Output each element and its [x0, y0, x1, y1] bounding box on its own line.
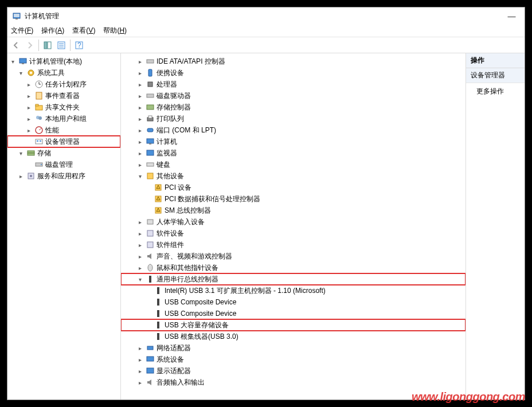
- back-button[interactable]: [10, 39, 22, 52]
- svg-line-24: [39, 128, 41, 130]
- dev-software-comp[interactable]: ▸软件组件: [121, 239, 466, 251]
- svg-point-22: [38, 116, 42, 120]
- tree-disk-mgmt[interactable]: 磁盘管理: [7, 159, 120, 170]
- dev-system-dev[interactable]: ▸系统设备: [121, 354, 466, 365]
- actions-header: 操作: [466, 53, 525, 68]
- svg-rect-20: [36, 104, 38, 106]
- show-hide-tree-button[interactable]: [41, 39, 54, 52]
- dev-pci-data[interactable]: PCI 数据捕获和信号处理控制器: [121, 193, 466, 205]
- usb-device-icon: [154, 286, 163, 295]
- more-actions[interactable]: 更多操作: [466, 83, 525, 100]
- svg-rect-44: [147, 150, 154, 155]
- dev-audio[interactable]: ▸音频输入和输出: [121, 377, 466, 388]
- dev-ports[interactable]: ▸端口 (COM 和 LPT): [121, 124, 466, 136]
- app-icon: [12, 11, 21, 21]
- svg-rect-2: [15, 18, 18, 19]
- users-icon: [34, 114, 44, 123]
- svg-rect-4: [48, 42, 51, 49]
- dev-usb2[interactable]: USB Composite Device: [121, 296, 466, 308]
- svg-rect-36: [148, 82, 152, 87]
- forward-button[interactable]: [24, 39, 36, 52]
- svg-rect-35: [148, 69, 152, 76]
- dev-hid[interactable]: ▸人体学输入设备: [121, 216, 466, 228]
- usb-device-icon: [154, 298, 163, 307]
- storage-icon: [26, 148, 36, 158]
- svg-point-65: [157, 310, 159, 312]
- svg-marker-73: [147, 379, 151, 385]
- usb-icon: [146, 275, 155, 284]
- dev-display[interactable]: ▸显示适配器: [121, 365, 466, 377]
- expand-icon: ▸: [25, 103, 33, 111]
- svg-rect-18: [36, 92, 42, 99]
- tree-storage[interactable]: ▾ 存储: [7, 147, 120, 159]
- svg-point-69: [157, 333, 159, 335]
- computer-icon: [146, 137, 155, 146]
- window-title: 计算机管理: [25, 11, 520, 21]
- dev-sm-bus[interactable]: SM 总线控制器: [121, 205, 466, 216]
- dev-mouse[interactable]: ▸鼠标和其他指针设备: [121, 262, 466, 273]
- console-tree: ▾ 计算机管理(本地) ▾ 系统工具 ▸ 任务计划程序 ▸ 事件查看器 ▸: [7, 53, 121, 400]
- tree-shared-folders[interactable]: ▸ 共享文件夹: [7, 101, 120, 113]
- svg-text:?: ?: [77, 41, 81, 49]
- menu-help[interactable]: 帮助(H): [103, 26, 127, 36]
- device-mgr-icon: [34, 137, 44, 146]
- svg-rect-37: [147, 94, 154, 97]
- tree-services-apps[interactable]: ▸ 服务和应用程序: [7, 170, 120, 182]
- dev-sound[interactable]: ▸声音、视频和游戏控制器: [121, 251, 466, 262]
- dev-usb4[interactable]: USB 大容量存储设备: [121, 319, 466, 331]
- tree-system-tools[interactable]: ▾ 系统工具: [7, 67, 120, 79]
- dev-keyboard[interactable]: ▸键盘: [121, 159, 466, 170]
- menu-view[interactable]: 查看(V): [72, 26, 95, 36]
- tree-performance[interactable]: ▸ 性能: [7, 124, 120, 136]
- dev-usb5[interactable]: USB 根集线器(USB 3.0): [121, 331, 466, 342]
- svg-point-14: [30, 72, 32, 74]
- expand-icon: ▸: [17, 172, 25, 180]
- svg-rect-12: [22, 63, 24, 64]
- tree-device-manager[interactable]: 设备管理器: [7, 136, 120, 147]
- port-icon: [146, 126, 155, 135]
- help-button[interactable]: ?: [73, 39, 85, 52]
- svg-rect-29: [28, 153, 34, 155]
- dev-portable[interactable]: ▸便携设备: [121, 67, 466, 79]
- dev-network[interactable]: ▸网络适配器: [121, 342, 466, 354]
- dev-other[interactable]: ▾其他设备: [121, 170, 466, 182]
- dev-processor[interactable]: ▸处理器: [121, 79, 466, 90]
- dev-printer[interactable]: ▸打印队列: [121, 113, 466, 124]
- svg-rect-43: [149, 143, 151, 144]
- actions-pane: 操作 设备管理器 更多操作: [466, 53, 525, 400]
- toolbar-separator: [38, 40, 39, 51]
- dev-monitor[interactable]: ▸监视器: [121, 147, 466, 159]
- warning-icon: [154, 206, 163, 215]
- dev-usb3[interactable]: USB Composite Device: [121, 308, 466, 319]
- svg-rect-38: [147, 105, 154, 109]
- properties-button[interactable]: [55, 39, 68, 52]
- svg-rect-53: [147, 220, 153, 224]
- dev-software-dev[interactable]: ▸软件设备: [121, 228, 466, 239]
- toolbar-separator: [70, 40, 71, 51]
- dev-computer[interactable]: ▸计算机: [121, 136, 466, 147]
- tree-root[interactable]: ▾ 计算机管理(本地): [7, 56, 120, 67]
- dev-storage-ctrl[interactable]: ▸存储控制器: [121, 101, 466, 113]
- svg-point-63: [157, 299, 159, 301]
- menu-action[interactable]: 操作(A): [41, 26, 64, 36]
- usb-device-icon: [154, 320, 163, 330]
- minimize-button[interactable]: —: [499, 7, 525, 25]
- tree-event-viewer[interactable]: ▸ 事件查看器: [7, 90, 120, 101]
- svg-point-31: [41, 164, 42, 165]
- menu-file[interactable]: 文件(F): [11, 26, 33, 36]
- dev-pci-device[interactable]: PCI 设备: [121, 182, 466, 193]
- svg-rect-41: [147, 128, 153, 132]
- monitor-icon: [146, 148, 155, 158]
- dev-usb1[interactable]: Intel(R) USB 3.1 可扩展主机控制器 - 1.10 (Micros…: [121, 285, 466, 296]
- collapse-icon: ▾: [9, 57, 17, 65]
- portable-icon: [146, 68, 155, 77]
- svg-marker-56: [147, 253, 151, 259]
- svg-rect-1: [14, 14, 19, 17]
- title-bar: 计算机管理 —: [7, 7, 525, 25]
- tree-local-users[interactable]: ▸ 本地用户和组: [7, 113, 120, 124]
- dev-usb-ctrl[interactable]: ▾通用串行总线控制器: [121, 273, 466, 285]
- dev-ide[interactable]: ▸IDE ATA/ATAPI 控制器: [121, 56, 466, 67]
- tree-task-scheduler[interactable]: ▸ 任务计划程序: [7, 79, 120, 90]
- dev-disk-drive[interactable]: ▸磁盘驱动器: [121, 90, 466, 101]
- collapse-icon: ▾: [17, 149, 25, 157]
